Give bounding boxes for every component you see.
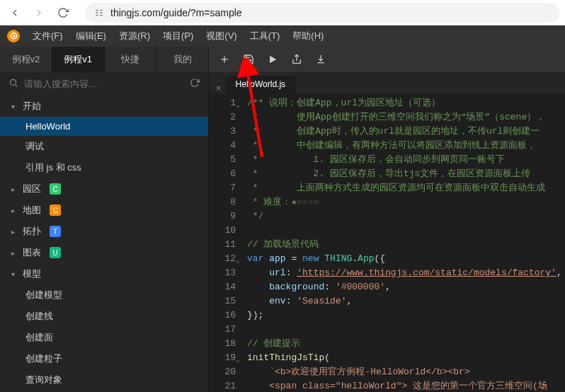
code-line[interactable]: // 创建提示: [247, 337, 559, 351]
code-line[interactable]: });: [247, 309, 559, 323]
file-tab[interactable]: HelloWorld.js: [226, 74, 295, 93]
site-info-icon[interactable]: [93, 7, 105, 18]
menu-item[interactable]: 资源(R): [119, 30, 150, 42]
code-line[interactable]: */: [247, 209, 559, 224]
tree-item[interactable]: 查询对象: [0, 369, 208, 391]
code-line[interactable]: * 中创建编辑，有两种方法可以将园区添加到线上资源面板，: [247, 139, 559, 153]
svg-point-0: [10, 79, 16, 85]
left-tab[interactable]: 例程v1: [52, 47, 105, 72]
fold-icon[interactable]: ⌄: [236, 353, 240, 367]
menu-item[interactable]: 帮助(H): [292, 30, 324, 42]
tree-item[interactable]: 创建面: [0, 327, 208, 348]
code-line[interactable]: * 难度：★☆☆☆☆: [247, 195, 559, 209]
left-tab[interactable]: 例程v2: [0, 47, 52, 72]
left-tab[interactable]: 我的: [156, 47, 208, 72]
tree-group-label: 拓扑: [23, 225, 41, 238]
left-panel: 例程v2例程v1快捷我的 ▾开始HelloWorld调试引用 js 和 css▸…: [0, 47, 209, 392]
editor-panel: × HelloWorld.js 1⌄23456789101112⌄1314151…: [209, 47, 565, 392]
code-line[interactable]: * 上面两种方式生成的园区资源均可在资源面板中双击自动生成: [247, 181, 559, 195]
code-line[interactable]: [247, 224, 559, 238]
code-area[interactable]: /** 说明：创建App，url为园区地址（可选） * 使用App创建打开的三维…: [241, 93, 565, 392]
code-line[interactable]: `<b>欢迎使用官方例程-HelloWorld</b><br>: [247, 365, 559, 379]
code-editor[interactable]: 1⌄23456789101112⌄13141516171819⌄2021 /**…: [209, 93, 565, 392]
menu-item[interactable]: 项目(P): [163, 30, 193, 42]
address-bar[interactable]: thingjs.com/guide/?m=sample: [85, 3, 559, 23]
tree-group-label: 开始: [23, 100, 41, 113]
refresh-icon[interactable]: [190, 78, 200, 90]
category-badge: U: [50, 247, 61, 258]
left-tabs: 例程v2例程v1快捷我的: [0, 47, 208, 72]
chevron-down-icon: ▾: [11, 103, 18, 110]
code-line[interactable]: env: 'Seaside',: [247, 294, 559, 309]
svg-marker-4: [270, 56, 276, 64]
code-line[interactable]: var app = new THING.App({: [247, 252, 559, 266]
app-logo[interactable]: ⦿: [7, 30, 20, 42]
line-gutter: 1⌄23456789101112⌄13141516171819⌄2021: [209, 93, 241, 392]
code-line[interactable]: background: '#000000',: [247, 280, 559, 294]
code-line[interactable]: /** 说明：创建App，url为园区地址（可选）: [247, 96, 559, 110]
code-line[interactable]: * 2. 园区保存后，导出tjs文件，在园区资源面板上传: [247, 167, 559, 181]
tree-item[interactable]: 引用 js 和 css: [0, 157, 208, 178]
chevron-right-icon: ▸: [11, 207, 18, 214]
left-tab[interactable]: 快捷: [105, 47, 157, 72]
category-badge: T: [50, 226, 61, 237]
menu-item[interactable]: 视图(V): [206, 30, 236, 42]
back-button[interactable]: [6, 4, 24, 22]
fold-icon[interactable]: ⌄: [236, 98, 240, 113]
save-button[interactable]: [237, 48, 260, 71]
code-line[interactable]: url: 'https://www.thingjs.com/static/mod…: [247, 266, 559, 280]
code-line[interactable]: * 使用App创建打开的三维空间我们称之为“场景”（scene），: [247, 110, 559, 125]
run-button[interactable]: [261, 48, 284, 71]
reload-button[interactable]: [54, 4, 72, 22]
tree-group-label: 园区: [23, 183, 41, 195]
tree-group[interactable]: ▸拓扑T: [0, 221, 208, 242]
share-button[interactable]: [285, 48, 308, 71]
new-button[interactable]: [213, 48, 236, 71]
example-tree: ▾开始HelloWorld调试引用 js 和 css▸园区C▸地图C▸拓扑T▸图…: [0, 96, 208, 392]
category-badge: C: [50, 204, 61, 216]
fold-icon[interactable]: ⌄: [236, 254, 240, 268]
editor-toolbar: [209, 47, 565, 72]
search-input[interactable]: [24, 79, 184, 89]
code-line[interactable]: <span class="helloWorld"> 这是您的第一个官方三维空间(…: [247, 379, 559, 392]
tree-group[interactable]: ▸园区C: [0, 178, 208, 200]
chevron-right-icon: ▸: [11, 185, 18, 193]
tree-item[interactable]: 创建模型: [0, 284, 208, 306]
menu-item[interactable]: 编辑(E): [76, 30, 106, 42]
chevron-right-icon: ▸: [11, 249, 18, 257]
url-text: thingjs.com/guide/?m=sample: [110, 7, 242, 18]
download-button[interactable]: [309, 48, 332, 71]
tree-group[interactable]: ▾模型: [0, 263, 208, 284]
chevron-right-icon: ▸: [11, 228, 18, 236]
tree-group-label: 模型: [23, 267, 41, 280]
browser-bar: thingjs.com/guide/?m=sample: [0, 0, 565, 25]
code-line[interactable]: * 1. 园区保存后，会自动同步到网页同一账号下: [247, 153, 559, 167]
search-row: [0, 72, 208, 96]
tree-group[interactable]: ▾开始: [0, 96, 208, 117]
svg-line-1: [16, 85, 17, 86]
tree-item[interactable]: 调试: [0, 136, 208, 157]
code-line[interactable]: initThingJsTip(: [247, 351, 559, 365]
tree-group-label: 图表: [23, 246, 41, 259]
close-all-tabs-icon[interactable]: ×: [216, 83, 222, 93]
code-line[interactable]: // 加载场景代码: [247, 238, 559, 252]
tree-item[interactable]: HelloWorld: [0, 117, 208, 136]
chevron-down-icon: ▾: [11, 270, 18, 278]
tree-group-label: 地图: [23, 204, 41, 217]
tree-item[interactable]: 创建粒子: [0, 348, 208, 369]
code-line[interactable]: [247, 323, 559, 337]
menu-bar: ⦿ 文件(F)编辑(E)资源(R)项目(P)视图(V)工具(T)帮助(H): [0, 25, 565, 47]
category-badge: C: [50, 183, 61, 195]
file-tabs: × HelloWorld.js: [209, 72, 565, 93]
menu-item[interactable]: 工具(T): [250, 30, 280, 42]
tree-group[interactable]: ▸图表U: [0, 242, 208, 263]
code-line[interactable]: * 创建App时，传入的url就是园区的地址，不传url则创建一: [247, 125, 559, 139]
search-icon: [8, 78, 18, 90]
menu-item[interactable]: 文件(F): [33, 30, 63, 42]
forward-button[interactable]: [30, 4, 48, 22]
tree-item[interactable]: 创建线: [0, 306, 208, 327]
tree-group[interactable]: ▸地图C: [0, 200, 208, 221]
